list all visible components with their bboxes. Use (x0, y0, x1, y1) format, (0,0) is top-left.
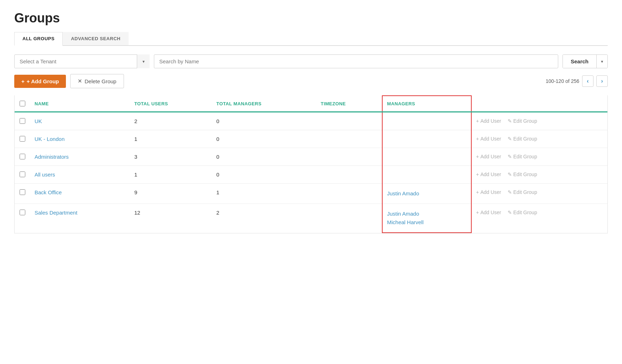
delete-group-label: Delete Group (84, 78, 116, 84)
row-total-users-cell: 9 (130, 184, 212, 204)
row-total-managers-cell: 0 (212, 148, 316, 166)
row-actions-cell: + Add User ✎ Edit Group (471, 204, 607, 233)
row-checkbox[interactable] (20, 189, 25, 195)
group-name-link[interactable]: Back Office (35, 189, 62, 195)
add-user-link[interactable]: + Add User (476, 118, 501, 124)
edit-icon: ✎ (508, 189, 512, 195)
row-actions-cell: + Add User ✎ Edit Group (471, 130, 607, 148)
row-total-users-cell: 12 (130, 204, 212, 233)
search-button[interactable]: Search (563, 55, 597, 68)
chevron-down-icon: ▾ (601, 59, 603, 64)
pagination-prev-button[interactable]: ‹ (582, 75, 594, 87)
page-container: Groups ALL GROUPS ADVANCED SEARCH ▾ Sear… (0, 0, 622, 364)
row-checkbox-cell (15, 130, 30, 148)
edit-group-link[interactable]: ✎ Edit Group (508, 136, 537, 142)
row-timezone-cell (316, 112, 382, 130)
edit-group-link[interactable]: ✎ Edit Group (508, 118, 537, 124)
col-header-total-users: TOTAL USERS (130, 96, 212, 112)
row-timezone-cell (316, 184, 382, 204)
row-name-cell: All users (30, 166, 130, 184)
page-title: Groups (14, 11, 608, 26)
row-managers-cell: Justin AmadoMicheal Harvell (382, 204, 471, 233)
groups-table-wrapper: NAME TOTAL USERS TOTAL MANAGERS TIMEZONE… (14, 95, 608, 233)
row-total-managers-cell: 0 (212, 166, 316, 184)
chevron-left-icon: ‹ (587, 78, 589, 84)
row-managers-cell (382, 112, 471, 130)
table-row: UK - London 1 0 + Add User ✎ Edit Group (15, 130, 607, 148)
add-user-link[interactable]: + Add User (476, 172, 501, 177)
managers-highlight-box: MANAGERS (387, 101, 415, 106)
add-user-link[interactable]: + Add User (476, 154, 501, 159)
add-user-link[interactable]: + Add User (476, 189, 501, 195)
row-total-users-cell: 1 (130, 166, 212, 184)
add-user-icon: + (476, 189, 479, 195)
row-actions-cell: + Add User ✎ Edit Group (471, 184, 607, 204)
table-row: Administrators 3 0 + Add User ✎ Edit Gro… (15, 148, 607, 166)
table-body: UK 2 0 + Add User ✎ Edit Group (15, 112, 607, 233)
add-user-link[interactable]: + Add User (476, 210, 501, 215)
edit-group-link[interactable]: ✎ Edit Group (508, 210, 537, 215)
group-name-link[interactable]: UK (35, 118, 42, 124)
add-user-icon: + (476, 118, 479, 124)
tab-advanced-search[interactable]: ADVANCED SEARCH (63, 32, 129, 45)
row-managers-cell (382, 130, 471, 148)
edit-icon: ✎ (508, 136, 512, 142)
tabs-row: ALL GROUPS ADVANCED SEARCH (14, 32, 608, 46)
search-name-input[interactable] (154, 54, 558, 68)
select-all-checkbox[interactable] (20, 101, 25, 106)
row-timezone-cell (316, 148, 382, 166)
search-dropdown-button[interactable]: ▾ (597, 55, 607, 68)
row-total-managers-cell: 0 (212, 130, 316, 148)
table-row: Sales Department 12 2 Justin AmadoMichea… (15, 204, 607, 233)
add-user-icon: + (476, 154, 479, 159)
edit-group-link[interactable]: ✎ Edit Group (508, 172, 537, 177)
col-header-name: NAME (30, 96, 130, 112)
row-checkbox-cell (15, 166, 30, 184)
group-name-link[interactable]: Administrators (35, 154, 69, 160)
pagination-info: 100-120 of 256 (546, 78, 579, 84)
add-user-link[interactable]: + Add User (476, 136, 501, 142)
row-checkbox[interactable] (20, 136, 25, 142)
row-name-cell: UK (30, 112, 130, 130)
row-checkbox[interactable] (20, 172, 25, 177)
row-actions-cell: + Add User ✎ Edit Group (471, 112, 607, 130)
group-name-link[interactable]: UK - London (35, 136, 64, 142)
edit-group-link[interactable]: ✎ Edit Group (508, 154, 537, 159)
edit-icon: ✎ (508, 118, 512, 124)
row-timezone-cell (316, 204, 382, 233)
actions-row: + + Add Group ✕ Delete Group 100-120 of … (14, 74, 608, 88)
col-header-total-managers: TOTAL MANAGERS (212, 96, 316, 112)
delete-group-button[interactable]: ✕ Delete Group (70, 74, 124, 88)
edit-group-link[interactable]: ✎ Edit Group (508, 189, 537, 195)
tab-all-groups[interactable]: ALL GROUPS (14, 32, 63, 46)
col-header-timezone: TIMEZONE (316, 96, 382, 112)
group-name-link[interactable]: All users (35, 172, 55, 178)
add-user-icon: + (476, 172, 479, 177)
add-user-icon: + (476, 136, 479, 142)
row-timezone-cell (316, 130, 382, 148)
edit-icon: ✎ (508, 154, 512, 159)
row-checkbox[interactable] (20, 118, 25, 124)
col-header-managers: MANAGERS (382, 96, 471, 112)
table-row: UK 2 0 + Add User ✎ Edit Group (15, 112, 607, 130)
row-checkbox[interactable] (20, 210, 25, 215)
row-timezone-cell (316, 166, 382, 184)
row-checkbox-cell (15, 204, 30, 233)
table-row: Back Office 9 1 Justin Amado + Add User … (15, 184, 607, 204)
chevron-right-icon: › (601, 78, 603, 84)
row-checkbox[interactable] (20, 154, 25, 159)
row-managers-cell: Justin Amado (382, 184, 471, 204)
col-header-checkbox (15, 96, 30, 112)
row-checkbox-cell (15, 148, 30, 166)
tenant-select[interactable] (14, 54, 150, 68)
row-total-managers-cell: 1 (212, 184, 316, 204)
row-total-users-cell: 2 (130, 112, 212, 130)
add-group-label: + Add Group (27, 78, 59, 84)
row-total-users-cell: 1 (130, 130, 212, 148)
row-actions-cell: + Add User ✎ Edit Group (471, 148, 607, 166)
pagination-next-button[interactable]: › (596, 75, 608, 87)
add-group-button[interactable]: + + Add Group (14, 75, 66, 88)
row-name-cell: Back Office (30, 184, 130, 204)
group-name-link[interactable]: Sales Department (35, 210, 77, 216)
row-total-managers-cell: 2 (212, 204, 316, 233)
